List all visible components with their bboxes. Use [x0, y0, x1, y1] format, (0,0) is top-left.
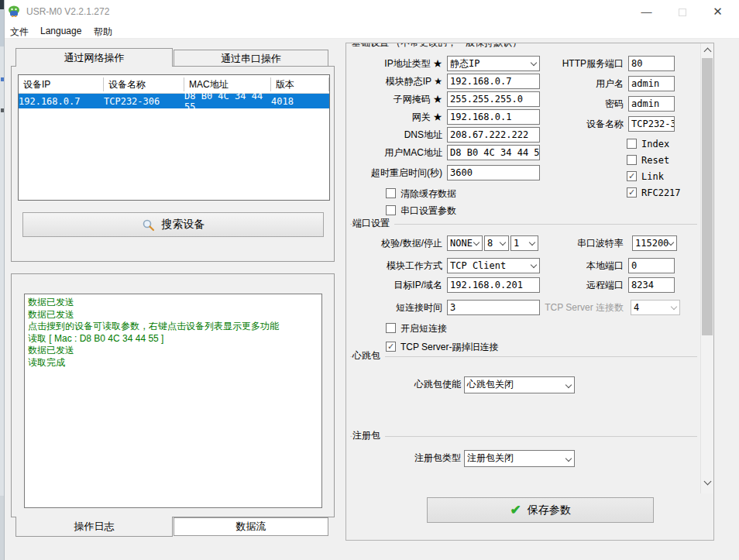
password-label: 密码	[467, 96, 624, 112]
local-port-input[interactable]: 0	[628, 258, 675, 273]
menu-item-help[interactable]: 帮助	[94, 26, 112, 39]
row-heartbeat-enable: 心跳包使能 心跳包关闭	[346, 376, 701, 393]
column-header-device-name[interactable]: 设备名称	[104, 77, 184, 91]
row-short-connection-time: 短连接时间 3 TCP Server 连接数 4	[346, 300, 701, 317]
row-http-port: HTTP服务端口 80	[346, 56, 701, 73]
index-checkbox[interactable]	[627, 139, 637, 149]
search-device-button[interactable]: 搜索设备	[22, 212, 324, 237]
serial-setup-checkbox[interactable]	[386, 205, 396, 215]
device-name-input[interactable]: TCP232-30	[628, 116, 675, 132]
reset-label: Reset	[641, 153, 669, 168]
row-flag-index: Index	[346, 136, 701, 153]
http-port-label: HTTP服务端口	[467, 56, 624, 71]
baud-rate-value: 115200	[635, 238, 669, 249]
minimize-button[interactable]: —	[629, 0, 664, 23]
cell-device-mac: D8 B0 4C 34 44 55	[184, 91, 271, 112]
rfc2217-checkbox[interactable]	[627, 187, 637, 198]
app-logo-icon	[8, 5, 20, 18]
row-device-name: 设备名称 TCP232-30	[346, 116, 701, 133]
maximize-button[interactable]	[665, 0, 699, 23]
tcp-server-connections-select[interactable]: 4	[631, 300, 680, 315]
row-flag-link: Link	[346, 169, 701, 186]
register-packet-type-select[interactable]: 注册包关闭	[464, 450, 575, 467]
tab-data-stream[interactable]: 数据流	[174, 517, 328, 536]
register-packet-divider	[350, 436, 697, 437]
kick-old-connection-checkbox[interactable]	[386, 342, 396, 352]
parity-data-stop-label: 校验/数据/停止	[346, 235, 442, 251]
chevron-down-icon	[703, 478, 711, 486]
background-window-sliver	[0, 0, 5, 560]
operation-log-page: 数据已发送 数据已发送 点击搜到的设备可读取参数，右键点击设备列表显示更多功能 …	[11, 273, 335, 517]
column-header-version[interactable]: 版本	[271, 77, 329, 91]
basic-settings-group-title: 基础设置 （不常更改的，一般保持默认）	[352, 43, 521, 50]
password-input[interactable]: admin	[628, 96, 675, 112]
kick-old-connection-label: TCP Server-踢掉旧连接	[400, 339, 498, 355]
cell-device-name: TCP232-306	[104, 96, 184, 107]
row-enable-short-connection: 开启短连接	[346, 321, 701, 338]
row-kick-old-connection: TCP Server-踢掉旧连接	[346, 339, 701, 356]
settings-scrollbar[interactable]	[700, 43, 713, 493]
row-parity-data-stop: 校验/数据/停止 NONE 8 1 串口波特率 115200	[346, 235, 701, 253]
scroll-up-button[interactable]	[701, 43, 713, 57]
baud-rate-select[interactable]: 115200	[632, 235, 677, 251]
row-password: 密码 admin	[346, 96, 701, 113]
column-header-mac[interactable]: MAC地址	[184, 77, 271, 91]
green-check-icon: ✔	[510, 502, 521, 518]
tab-operation-log[interactable]: 操作日志	[15, 517, 173, 537]
register-packet-group-title: 注册包	[352, 431, 385, 441]
menu-bar: 文件 Language 帮助	[0, 23, 739, 39]
username-input[interactable]: admin	[628, 76, 675, 91]
row-work-mode: 模块工作方式 TCP Client 本地端口 0	[346, 258, 701, 275]
chevron-up-icon	[703, 48, 711, 56]
row-register-packet-type: 注册包类型 注册包关闭	[346, 450, 701, 467]
heartbeat-group-title: 心跳包	[352, 351, 385, 361]
register-packet-type-label: 注册包类型	[346, 450, 461, 466]
scroll-down-button[interactable]	[701, 476, 713, 489]
link-label: Link	[641, 169, 664, 184]
device-table: 设备IP 设备名称 MAC地址 版本 192.168.0.7 TCP232-30…	[18, 74, 330, 201]
port-settings-group-title: 端口设置	[352, 218, 394, 228]
remote-port-input[interactable]: 8234	[628, 277, 675, 293]
heartbeat-enable-select[interactable]: 心跳包关闭	[464, 376, 575, 393]
search-icon	[142, 218, 155, 232]
heartbeat-divider	[350, 356, 697, 357]
log-line: 点击搜到的设备可读取参数，右键点击设备列表显示更多功能	[28, 321, 320, 333]
close-button[interactable]: ✕	[700, 0, 735, 23]
menu-item-language[interactable]: Language	[40, 26, 81, 36]
maximize-icon	[679, 9, 686, 16]
menu-item-file[interactable]: 文件	[10, 26, 29, 39]
heartbeat-enable-label: 心跳包使能	[346, 376, 461, 392]
log-output-area[interactable]: 数据已发送 数据已发送 点击搜到的设备可读取参数，右键点击设备列表显示更多功能 …	[24, 294, 322, 508]
tcp-server-connections-value: 4	[634, 302, 639, 313]
table-row-device[interactable]: 192.168.0.7 TCP232-306 D8 B0 4C 34 44 55…	[19, 94, 329, 108]
sliver-icon-dot	[1, 77, 4, 81]
register-packet-type-value: 注册包关闭	[467, 452, 514, 463]
username-label: 用户名	[467, 76, 624, 91]
column-header-device-ip[interactable]: 设备IP	[19, 77, 104, 91]
enable-short-connection-checkbox[interactable]	[386, 323, 396, 333]
save-params-button[interactable]: ✔ 保存参数	[427, 497, 654, 523]
row-serial-setup: 串口设置参数	[346, 203, 701, 220]
cell-device-ip: 192.168.0.7	[19, 96, 104, 107]
search-device-label: 搜索设备	[162, 218, 205, 232]
tab-network-operation[interactable]: 通过网络操作	[15, 48, 173, 67]
log-line: 数据已发送	[28, 345, 320, 357]
network-tab-page: 设备IP 设备名称 MAC地址 版本 192.168.0.7 TCP232-30…	[11, 66, 335, 262]
sliver-icon-dot	[1, 108, 4, 112]
chevron-down-icon	[565, 455, 572, 462]
remote-port-label: 远程端口	[467, 277, 624, 293]
work-mode-label: 模块工作方式	[346, 258, 442, 273]
log-line: 读取完成	[28, 357, 320, 369]
port-settings-divider	[350, 224, 697, 225]
title-bar: USR-M0 V2.2.1.272 — ✕	[0, 0, 739, 23]
baud-rate-label: 串口波特率	[467, 235, 624, 251]
http-port-input[interactable]: 80	[628, 56, 675, 71]
link-checkbox[interactable]	[627, 171, 637, 181]
tab-serial-operation[interactable]: 通过串口操作	[174, 50, 328, 67]
row-target-ip: 目标IP/域名 192.168.0.201 远程端口 8234	[346, 277, 701, 294]
reset-checkbox[interactable]	[627, 155, 637, 165]
enable-short-connection-label: 开启短连接	[400, 321, 447, 336]
scrollbar-thumb[interactable]	[702, 58, 713, 335]
row-flag-rfc2217: RFC2217	[346, 185, 701, 202]
chevron-down-icon	[565, 382, 572, 388]
